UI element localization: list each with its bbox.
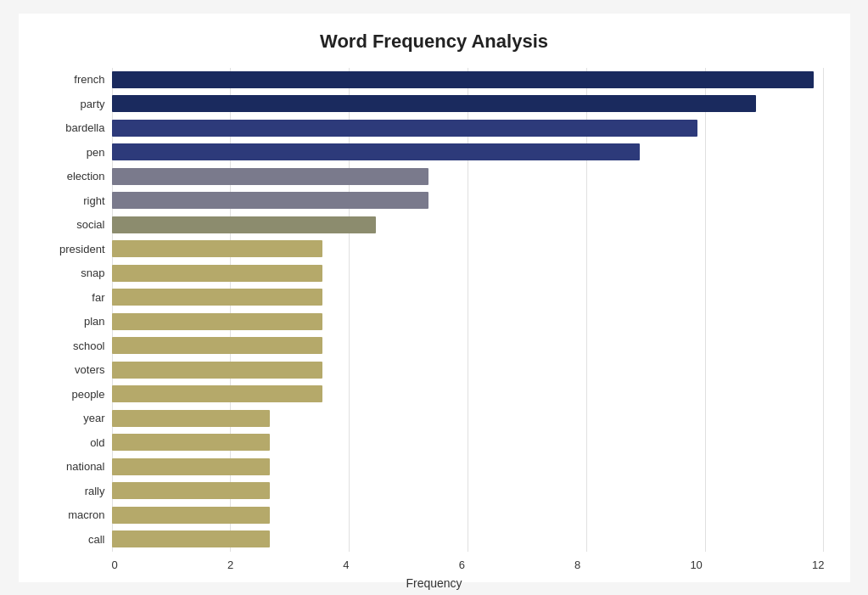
y-label: people: [71, 383, 104, 405]
y-label: year: [83, 407, 104, 429]
bar: [112, 192, 428, 209]
bar-row: [112, 359, 825, 381]
x-axis-area: 024681012: [44, 559, 825, 571]
bar: [112, 458, 271, 475]
bar-row: [112, 286, 825, 308]
y-label: voters: [75, 359, 104, 381]
grid-line: [230, 68, 231, 552]
y-label: school: [73, 334, 105, 356]
x-tick-label: 2: [227, 559, 233, 571]
x-axis-labels: 024681012: [112, 559, 825, 571]
bar: [112, 410, 271, 427]
bar: [112, 507, 271, 524]
bar: [112, 71, 815, 88]
bar: [112, 265, 323, 282]
bar-row: [112, 93, 825, 115]
bar: [112, 482, 271, 499]
x-tick-label: 0: [112, 559, 118, 571]
y-label: president: [59, 238, 104, 260]
bar: [112, 143, 640, 160]
bar-row: [112, 431, 825, 453]
y-label: macron: [68, 504, 104, 526]
y-label: plan: [84, 311, 105, 333]
bar-row: [112, 528, 825, 550]
y-label: far: [92, 286, 104, 308]
bar: [112, 95, 756, 112]
y-label: social: [76, 214, 104, 236]
x-tick-label: 8: [574, 559, 580, 571]
y-label: old: [90, 431, 104, 453]
bar-row: [112, 69, 825, 91]
bar-row: [112, 166, 825, 188]
y-label: party: [81, 93, 105, 115]
y-label: national: [66, 456, 105, 478]
y-label: snap: [81, 262, 104, 284]
bar: [112, 385, 323, 402]
bar: [112, 337, 323, 354]
bar: [112, 530, 271, 547]
y-axis-labels: frenchpartybardellapenelectionrightsocia…: [44, 68, 112, 552]
chart-container: Word Frequency Analysis frenchpartybarde…: [19, 14, 850, 582]
bar: [112, 434, 271, 451]
grid-lines: [112, 68, 825, 552]
chart-title: Word Frequency Analysis: [44, 31, 825, 53]
bar-row: [112, 383, 825, 405]
x-tick-label: 12: [812, 559, 824, 571]
x-tick-label: 4: [343, 559, 349, 571]
grid-line: [112, 68, 113, 552]
bar-row: [112, 117, 825, 139]
bar-row: [112, 456, 825, 478]
y-label: pen: [87, 141, 105, 163]
x-tick-label: 6: [459, 559, 465, 571]
bar-row: [112, 480, 825, 502]
bar: [112, 168, 428, 185]
bar: [112, 289, 323, 306]
bar: [112, 362, 323, 379]
x-tick-label: 10: [690, 559, 702, 571]
y-label: french: [74, 69, 104, 91]
grid-line: [349, 68, 350, 552]
grid-line: [823, 68, 824, 552]
bars-section: [112, 68, 825, 552]
x-axis-title: Frequency: [44, 576, 825, 590]
bar: [112, 313, 323, 330]
y-label: right: [83, 189, 104, 211]
bar-row: [112, 407, 825, 429]
bar: [112, 120, 698, 137]
bar-row: [112, 189, 825, 211]
grid-line: [586, 68, 587, 552]
bar-row: [112, 504, 825, 526]
bar: [112, 216, 376, 233]
bar-row: [112, 214, 825, 236]
y-label: election: [67, 166, 105, 188]
bar-row: [112, 141, 825, 163]
chart-area: frenchpartybardellapenelectionrightsocia…: [44, 68, 825, 552]
grid-line: [705, 68, 706, 552]
y-label: call: [88, 528, 105, 550]
bar-row: [112, 238, 825, 260]
y-label: rally: [85, 480, 105, 502]
grid-line: [468, 68, 468, 552]
bar-row: [112, 334, 825, 356]
bar: [112, 240, 323, 257]
y-label: bardella: [65, 117, 104, 139]
bar-row: [112, 311, 825, 333]
bar-row: [112, 262, 825, 284]
